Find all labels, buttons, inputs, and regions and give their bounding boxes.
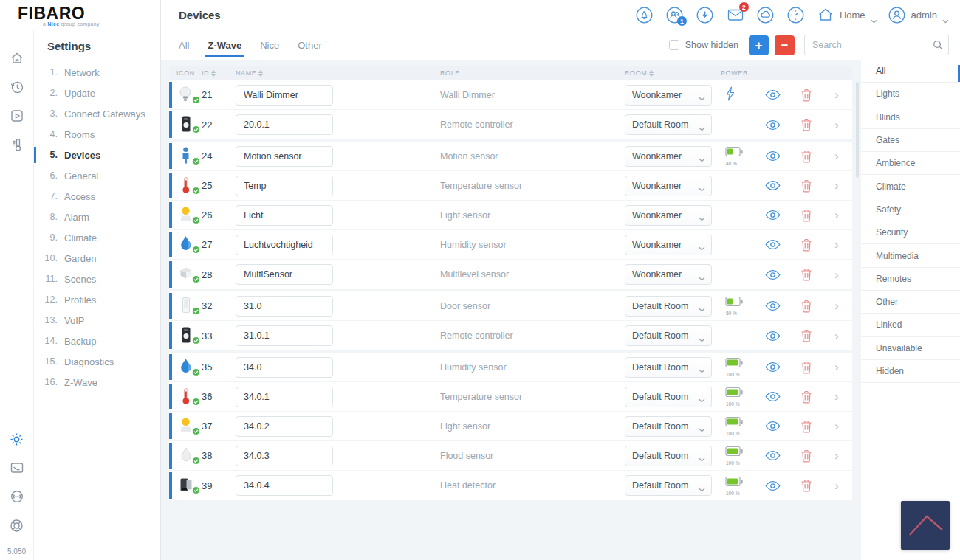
category-security[interactable]: Security [861, 221, 960, 244]
room-select[interactable]: Woonkamer [625, 264, 712, 285]
visibility-eye-button[interactable] [765, 421, 800, 432]
visibility-eye-button[interactable] [765, 180, 800, 191]
delete-button[interactable] [800, 390, 834, 404]
delete-button[interactable] [800, 268, 834, 281]
device-name-input[interactable] [236, 205, 333, 226]
search-input[interactable] [804, 35, 949, 55]
visibility-eye-button[interactable] [765, 89, 800, 100]
row-expand-chevron[interactable]: › [834, 119, 851, 131]
delete-button[interactable] [800, 479, 834, 492]
room-select[interactable]: Default Room [625, 114, 712, 135]
visibility-eye-button[interactable] [765, 269, 800, 280]
category-safety[interactable]: Safety [861, 198, 960, 221]
delete-button[interactable] [800, 150, 834, 163]
category-multimedia[interactable]: Multimedia [861, 244, 960, 267]
sidebar-item-alarm[interactable]: 8.Alarm [34, 207, 160, 227]
category-linked[interactable]: Linked [861, 314, 960, 336]
row-expand-chevron[interactable]: › [834, 150, 851, 162]
device-name-input[interactable] [236, 416, 333, 437]
tab-z-wave[interactable]: Z-Wave [208, 30, 241, 60]
column-header-name[interactable]: NAME [236, 69, 440, 77]
device-name-input[interactable] [236, 446, 333, 466]
row-expand-chevron[interactable]: › [834, 390, 851, 403]
room-select[interactable]: Default Room [625, 387, 712, 407]
row-expand-chevron[interactable]: › [834, 238, 851, 251]
category-ambience[interactable]: Ambience [861, 152, 960, 175]
add-device-button[interactable]: + [749, 35, 769, 55]
delete-button[interactable] [800, 329, 834, 342]
column-header-id[interactable]: ID [202, 69, 236, 77]
category-remotes[interactable]: Remotes [861, 268, 960, 291]
device-name-input[interactable] [236, 176, 333, 196]
scenes-icon[interactable] [9, 108, 25, 124]
room-select[interactable]: Woonkamer [625, 205, 712, 226]
download-icon[interactable] [696, 5, 715, 24]
room-select[interactable]: Woonkamer [625, 85, 712, 106]
room-select[interactable]: Default Room [625, 416, 712, 437]
delete-button[interactable] [800, 89, 834, 102]
sidebar-item-rooms[interactable]: 4.Rooms [34, 124, 160, 145]
alarm-icon[interactable] [635, 5, 654, 24]
device-name-input[interactable] [236, 114, 333, 135]
delete-button[interactable] [800, 300, 834, 313]
tab-all[interactable]: All [179, 30, 189, 60]
sidebar-item-connect-gateways[interactable]: 3.Connect Gateways [34, 103, 160, 124]
clock-icon[interactable] [786, 5, 806, 24]
support-icon[interactable] [9, 517, 25, 533]
sidebar-item-access[interactable]: 7.Access [34, 186, 160, 207]
sidebar-item-z-wave[interactable]: 16.Z-Wave [34, 372, 160, 393]
row-expand-chevron[interactable]: › [834, 330, 851, 342]
mail-icon[interactable]: 2 [726, 5, 745, 24]
device-name-input[interactable] [236, 325, 333, 346]
visibility-eye-button[interactable] [765, 120, 800, 131]
device-name-input[interactable] [236, 357, 333, 378]
sidebar-item-backup[interactable]: 14.Backup [34, 331, 160, 351]
row-expand-chevron[interactable]: › [834, 209, 851, 221]
room-select[interactable]: Woonkamer [625, 235, 712, 255]
row-expand-chevron[interactable]: › [834, 300, 851, 312]
row-expand-chevron[interactable]: › [834, 89, 851, 101]
settings-gear-icon[interactable] [9, 431, 25, 447]
api-icon[interactable] [9, 488, 25, 505]
visibility-eye-button[interactable] [765, 239, 800, 250]
device-name-input[interactable] [236, 235, 333, 255]
room-select[interactable]: Default Room [625, 475, 712, 496]
sidebar-item-update[interactable]: 2.Update [34, 83, 160, 103]
device-name-input[interactable] [236, 475, 333, 496]
show-hidden-checkbox[interactable] [669, 40, 679, 50]
sidebar-item-climate[interactable]: 9.Climate [34, 227, 160, 248]
room-select[interactable]: Default Room [625, 446, 712, 466]
sidebar-item-devices[interactable]: 5.Devices [34, 145, 160, 165]
room-select[interactable]: Woonkamer [625, 176, 712, 196]
brand-logo[interactable]: FIBARO a Nice group company [0, 0, 160, 31]
sidebar-item-profiles[interactable]: 12.Profiles [34, 289, 160, 310]
room-select[interactable]: Default Room [625, 357, 712, 378]
category-other[interactable]: Other [861, 291, 960, 314]
row-expand-chevron[interactable]: › [834, 361, 851, 373]
category-all[interactable]: All [861, 60, 960, 83]
chart-widget[interactable] [901, 501, 950, 550]
visibility-eye-button[interactable] [765, 480, 800, 491]
delete-button[interactable] [800, 449, 834, 463]
sidebar-item-network[interactable]: 1.Network [34, 62, 160, 83]
delete-button[interactable] [800, 420, 834, 433]
sidebar-item-scenes[interactable]: 11.Scenes [34, 269, 160, 289]
home-icon[interactable] [9, 50, 25, 66]
visibility-eye-button[interactable] [765, 450, 800, 461]
room-select[interactable]: Default Room [625, 296, 712, 317]
delete-button[interactable] [800, 118, 834, 131]
visibility-eye-button[interactable] [765, 391, 800, 402]
device-name-input[interactable] [236, 387, 333, 407]
category-gates[interactable]: Gates [861, 129, 960, 152]
category-hidden[interactable]: Hidden [861, 360, 960, 383]
row-expand-chevron[interactable]: › [834, 179, 851, 192]
home-selector[interactable]: Home [817, 6, 877, 24]
visibility-eye-button[interactable] [765, 362, 800, 373]
row-expand-chevron[interactable]: › [834, 480, 851, 492]
remove-device-button[interactable]: − [775, 35, 795, 55]
device-name-input[interactable] [236, 146, 333, 167]
user-selector[interactable]: admin [888, 6, 948, 24]
row-expand-chevron[interactable]: › [834, 269, 851, 281]
category-unavailable[interactable]: Unavailable [861, 337, 960, 360]
tab-other[interactable]: Other [298, 30, 322, 60]
